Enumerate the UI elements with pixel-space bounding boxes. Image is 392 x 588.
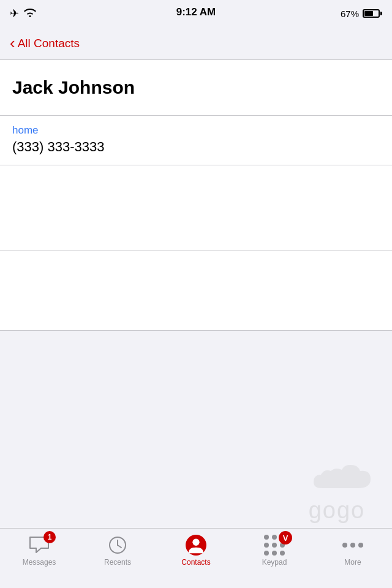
keypad-dot	[272, 535, 277, 540]
back-button[interactable]: ‹ All Contacts	[10, 36, 80, 51]
gogo-text: gogo	[309, 497, 366, 524]
tab-keypad-icon-wrap: V	[264, 535, 285, 556]
tab-keypad-label: Keypad	[262, 558, 287, 567]
keypad-dot	[280, 551, 285, 556]
keypad-dot	[264, 551, 269, 556]
keypad-badge: V	[279, 531, 292, 545]
more-dot	[350, 543, 355, 548]
tab-recents-icon-wrap	[107, 535, 128, 556]
more-dot	[342, 543, 347, 548]
svg-line-2	[118, 545, 121, 548]
status-bar: ✈ 9:12 AM 67%	[0, 0, 392, 27]
contact-name-section: Jack Johnson	[0, 60, 392, 115]
contacts-icon	[186, 535, 206, 556]
status-time: 9:12 AM	[176, 6, 216, 18]
tab-bar: 1 Messages Recents	[0, 528, 392, 588]
tab-more[interactable]: More	[314, 535, 392, 567]
battery-percent: 67%	[341, 9, 359, 19]
keypad-dot	[264, 535, 269, 540]
phone-label: home	[12, 124, 380, 137]
tab-contacts-icon-wrap	[186, 535, 206, 556]
more-dot	[358, 543, 363, 548]
back-label: All Contacts	[18, 37, 80, 50]
contact-detail-content: Jack Johnson home (333) 333-3333	[0, 60, 392, 331]
tab-more-label: More	[344, 558, 361, 567]
tab-more-icon-wrap	[342, 535, 363, 556]
svg-point-4	[192, 539, 199, 546]
tab-recents[interactable]: Recents	[78, 535, 157, 567]
gogo-watermark: gogo	[300, 464, 374, 524]
gogo-cloud-icon	[300, 464, 374, 497]
tab-contacts-label: Contacts	[181, 558, 210, 567]
status-left-icons: ✈	[10, 7, 36, 20]
status-right: 67%	[341, 9, 382, 19]
battery-icon	[363, 9, 382, 18]
phone-number[interactable]: (333) 333-3333	[12, 139, 380, 165]
wifi-icon	[24, 7, 36, 20]
tab-messages-icon-wrap: 1	[29, 535, 50, 556]
more-icon	[342, 535, 363, 556]
airplane-icon: ✈	[10, 7, 19, 20]
tab-keypad[interactable]: V Keypad	[235, 535, 314, 567]
keypad-dot	[272, 551, 277, 556]
tab-recents-label: Recents	[104, 558, 131, 567]
keypad-dot	[264, 543, 269, 548]
chevron-left-icon: ‹	[10, 35, 15, 51]
keypad-dot	[272, 543, 277, 548]
empty-section-1	[0, 165, 392, 251]
empty-section-2	[0, 251, 392, 331]
tab-messages-label: Messages	[23, 558, 56, 567]
messages-badge: 1	[43, 531, 56, 543]
more-dots-row	[342, 543, 363, 548]
tab-messages[interactable]: 1 Messages	[0, 535, 78, 567]
clock-icon	[107, 535, 128, 556]
nav-bar: ‹ All Contacts	[0, 27, 392, 60]
phone-section[interactable]: home (333) 333-3333	[0, 115, 392, 165]
tab-contacts[interactable]: Contacts	[157, 535, 235, 567]
contact-name: Jack Johnson	[12, 77, 380, 98]
